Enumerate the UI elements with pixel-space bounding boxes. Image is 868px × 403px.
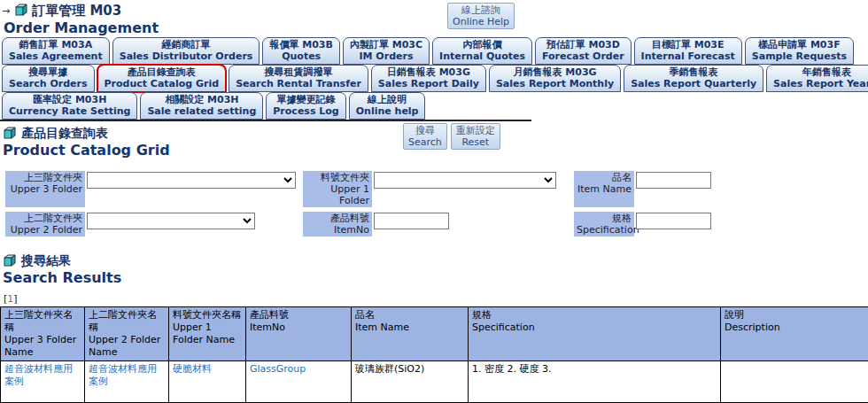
tab-label: Forecast Order — [542, 50, 624, 62]
cell-spec: 1. 密度 2. 硬度 3. — [469, 361, 721, 403]
tab-currency-rate-setting[interactable]: 匯率設定 M03HCurrency Rate Setting — [2, 92, 137, 120]
col-label-en: Upper 3 Folder Name — [4, 334, 81, 359]
tab-sales-report-daily[interactable]: 日銷售報表 M03GSales Report Daily — [371, 65, 486, 92]
tab-forecast-order[interactable]: 預估訂單 M03DForecast Order — [535, 37, 632, 65]
col-specification: 規格Specification — [469, 307, 721, 361]
upper2-link[interactable]: 超音波材料應用案例 — [89, 363, 157, 387]
tab-label: Sales Report Quarterly — [631, 78, 756, 89]
action-buttons: 搜尋 Search 重新設定 Reset — [403, 123, 500, 150]
tab-label: Online help — [356, 105, 419, 117]
item-no-input[interactable] — [374, 213, 449, 229]
tab-sale-related-setting[interactable]: 相關設定 M03HSale related setting — [140, 92, 263, 120]
col-label-zh: 產品料號 — [250, 309, 347, 322]
tab-row-1: 銷售訂單 M03ASales Agreement 經銷商訂單Sales Dist… — [0, 37, 868, 65]
search-button[interactable]: 搜尋 Search — [403, 123, 447, 150]
tab-label: Sales Report Monthly — [496, 78, 614, 89]
online-help-button[interactable]: 線上諮詢 Online Help — [447, 3, 515, 29]
col-label-en: Description — [725, 322, 864, 334]
tab-label: 內部報價 — [439, 39, 525, 50]
cell-desc — [721, 361, 868, 403]
col-item-name: 品名Item Name — [352, 307, 469, 361]
tab-label: Sale related setting — [147, 105, 256, 117]
search-button-label-zh: 搜尋 — [408, 125, 442, 136]
upper2-folder-select[interactable] — [87, 213, 255, 229]
tab-im-orders[interactable]: 內製訂單 M03CIM Orders — [343, 37, 430, 65]
col-itemno: 產品料號ItemNo — [246, 307, 352, 361]
results-section-header: 搜尋結果 Search Results — [0, 249, 868, 286]
tab-search-orders[interactable]: 搜尋單據Search Orders — [2, 65, 95, 92]
upper3-folder-select[interactable] — [87, 172, 296, 189]
tab-label: 目標訂單 M03E — [641, 39, 735, 50]
search-button-label-en: Search — [408, 136, 442, 148]
online-help-label-zh: 線上諮詢 — [453, 4, 509, 16]
results-title-en: Search Results — [3, 269, 868, 286]
tab-product-catalog-grid[interactable]: 產品目錄查詢表Product Catalog Grid — [97, 65, 227, 92]
tab-label: Sales Agreement — [9, 50, 103, 62]
page: → 訂單管理 M03 Order Management 線上諮詢 Online … — [0, 0, 868, 403]
page-title-zh: 訂單管理 M03 — [32, 3, 121, 19]
upper1-folder-label: 料號文件夾 Upper 1 Folder — [303, 171, 372, 207]
tab-label: Sales Distributor Orders — [120, 50, 253, 62]
upper1-folder-select[interactable] — [374, 172, 556, 189]
field-label-en: Upper 3 Folder — [8, 183, 82, 195]
tab-sales-report-quarterly[interactable]: 季銷售報表Sales Report Quarterly — [624, 65, 763, 92]
tab-label: Quotes — [269, 50, 332, 62]
section-icon — [2, 254, 17, 269]
field-label-zh: 品名 — [577, 172, 632, 183]
tab-label: Currency Rate Setting — [9, 105, 130, 117]
tab-sales-report-yearly[interactable]: 年銷售報表Sales Report Yearly — [766, 65, 868, 92]
col-label-zh: 上二階文件夾名稱 — [89, 309, 165, 334]
app-header: → 訂單管理 M03 Order Management 線上諮詢 Online … — [0, 0, 868, 37]
tab-label: 預估訂單 M03D — [542, 39, 624, 50]
specification-input[interactable] — [636, 213, 711, 229]
tab-quotes[interactable]: 報價單 M03BQuotes — [262, 37, 339, 65]
table-row: 超音波材料應用案例 超音波材料應用案例 硬脆材料 GlassGroup 玻璃族群… — [1, 361, 868, 403]
pagination: [1] — [4, 293, 868, 305]
col-label-en: Item Name — [355, 322, 464, 334]
section-icon — [2, 127, 17, 142]
field-label-zh: 產品料號 — [306, 213, 369, 224]
field-label-zh: 上三階文件夾 — [8, 172, 82, 183]
tab-sales-report-monthly[interactable]: 月銷售報表 M03GSales Report Monthly — [489, 65, 621, 92]
field-label-zh: 規格 — [577, 213, 632, 224]
table-header-row: 上三階文件夾名稱Upper 3 Folder Name 上二階文件夾名稱Uppe… — [1, 307, 868, 361]
tab-label: Internal Quotes — [439, 50, 525, 62]
tab-search-rental-transfer[interactable]: 搜尋租賃調撥單Search Rental Transfer — [229, 65, 368, 92]
tab-label: 單據變更記錄 — [273, 94, 338, 105]
upper3-link[interactable]: 超音波材料應用案例 — [4, 363, 73, 387]
tab-internal-forecast[interactable]: 目標訂單 M03EInternal Forecast — [634, 37, 742, 65]
field-label-en: Item Name — [577, 183, 632, 195]
tab-row-2: 搜尋單據Search Orders 產品目錄查詢表Product Catalog… — [0, 65, 868, 92]
tab-sales-distributor-orders[interactable]: 經銷商訂單Sales Distributor Orders — [112, 37, 260, 65]
tab-online-help[interactable]: 線上說明Online help — [349, 92, 426, 120]
tab-label: Sales Report Yearly — [773, 78, 868, 89]
catalog-search-form: 上三階文件夾 Upper 3 Folder 料號文件夾 Upper 1 Fold… — [5, 171, 868, 236]
online-help-label-en: Online Help — [453, 16, 509, 27]
tab-label: 內製訂單 M03C — [350, 39, 422, 50]
tab-label: Search Orders — [9, 78, 88, 89]
item-no-label: 產品料號 ItemNo — [303, 212, 372, 236]
upper1-link[interactable]: 硬脆材料 — [173, 363, 212, 375]
field-label-zh: 料號文件夾 — [306, 172, 369, 183]
tab-label: 月銷售報表 M03G — [496, 66, 614, 78]
app-icon — [13, 4, 28, 19]
tab-label: Search Rental Transfer — [236, 78, 361, 89]
field-label-en: ItemNo — [306, 224, 369, 236]
breadcrumb-arrow-icon: → — [2, 5, 10, 17]
tab-sales-agreement[interactable]: 銷售訂單 M03ASales Agreement — [2, 37, 110, 65]
col-upper3-folder-name: 上三階文件夾名稱Upper 3 Folder Name — [1, 307, 85, 361]
itemno-link[interactable]: GlassGroup — [250, 363, 306, 375]
field-label-zh: 上二階文件夾 — [8, 213, 82, 224]
tab-sample-requests[interactable]: 樣品申請單 M03FSample Requests — [745, 37, 854, 65]
col-label-zh: 規格 — [472, 309, 717, 322]
col-label-en: Upper 2 Folder Name — [89, 334, 165, 359]
tab-internal-quotes[interactable]: 內部報價Internal Quotes — [432, 37, 532, 65]
tab-process-log[interactable]: 單據變更記錄Process Log — [266, 92, 345, 120]
reset-button-label-zh: 重新設定 — [456, 125, 495, 136]
item-name-label: 品名 Item Name — [574, 171, 634, 207]
col-label-en: Upper 1 Folder Name — [173, 322, 242, 346]
cell-upper2: 超音波材料應用案例 — [85, 361, 169, 403]
item-name-input[interactable] — [636, 172, 711, 189]
col-upper2-folder-name: 上二階文件夾名稱Upper 2 Folder Name — [85, 307, 169, 361]
reset-button[interactable]: 重新設定 Reset — [451, 123, 500, 150]
